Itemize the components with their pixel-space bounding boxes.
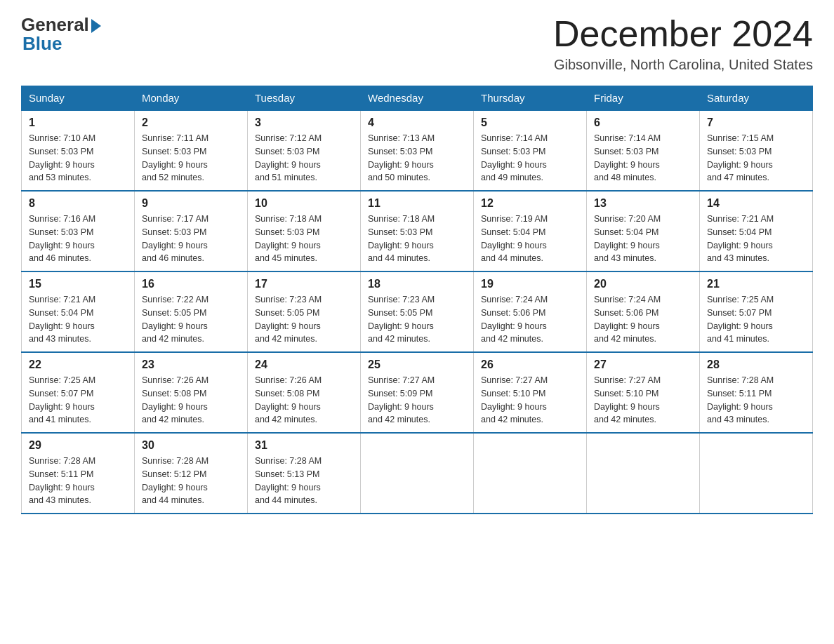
day-info: Sunrise: 7:26 AMSunset: 5:08 PMDaylight:… (142, 375, 208, 424)
calendar-day-cell: 30 Sunrise: 7:28 AMSunset: 5:12 PMDaylig… (135, 433, 248, 514)
calendar-table: SundayMondayTuesdayWednesdayThursdayFrid… (21, 86, 813, 514)
day-info: Sunrise: 7:19 AMSunset: 5:04 PMDaylight:… (481, 214, 548, 263)
weekday-header: Friday (587, 86, 700, 111)
day-info: Sunrise: 7:14 AMSunset: 5:03 PMDaylight:… (481, 133, 548, 182)
day-number: 11 (368, 197, 466, 210)
day-info: Sunrise: 7:17 AMSunset: 5:03 PMDaylight:… (142, 214, 208, 263)
day-info: Sunrise: 7:28 AMSunset: 5:11 PMDaylight:… (29, 456, 95, 505)
logo: General Blue (21, 14, 101, 55)
day-info: Sunrise: 7:27 AMSunset: 5:10 PMDaylight:… (594, 375, 661, 424)
day-number: 12 (481, 197, 579, 210)
calendar-week-row: 1 Sunrise: 7:10 AMSunset: 5:03 PMDayligh… (22, 110, 813, 191)
day-number: 8 (29, 197, 127, 210)
day-info: Sunrise: 7:18 AMSunset: 5:03 PMDaylight:… (255, 214, 322, 263)
day-number: 14 (707, 197, 805, 210)
calendar-day-cell: 19 Sunrise: 7:24 AMSunset: 5:06 PMDaylig… (474, 271, 587, 352)
day-info: Sunrise: 7:27 AMSunset: 5:10 PMDaylight:… (481, 375, 548, 424)
day-info: Sunrise: 7:28 AMSunset: 5:11 PMDaylight:… (707, 375, 774, 424)
day-number: 20 (594, 278, 692, 290)
calendar-day-cell: 11 Sunrise: 7:18 AMSunset: 5:03 PMDaylig… (361, 191, 474, 271)
day-number: 10 (255, 197, 353, 210)
calendar-day-cell: 26 Sunrise: 7:27 AMSunset: 5:10 PMDaylig… (474, 352, 587, 433)
calendar-day-cell (587, 433, 700, 514)
calendar-day-cell (474, 433, 587, 514)
weekday-header: Sunday (22, 86, 135, 111)
day-info: Sunrise: 7:24 AMSunset: 5:06 PMDaylight:… (594, 295, 661, 344)
calendar-week-row: 22 Sunrise: 7:25 AMSunset: 5:07 PMDaylig… (22, 352, 813, 433)
day-info: Sunrise: 7:20 AMSunset: 5:04 PMDaylight:… (594, 214, 661, 263)
day-number: 25 (368, 358, 466, 371)
calendar-day-cell: 25 Sunrise: 7:27 AMSunset: 5:09 PMDaylig… (361, 352, 474, 433)
day-number: 16 (142, 278, 240, 290)
calendar-day-cell: 27 Sunrise: 7:27 AMSunset: 5:10 PMDaylig… (587, 352, 700, 433)
day-number: 2 (142, 116, 240, 129)
day-number: 18 (368, 278, 466, 290)
calendar-week-row: 29 Sunrise: 7:28 AMSunset: 5:11 PMDaylig… (22, 433, 813, 514)
calendar-day-cell: 24 Sunrise: 7:26 AMSunset: 5:08 PMDaylig… (248, 352, 361, 433)
page-header: General Blue December 2024 Gibsonville, … (21, 14, 813, 73)
day-info: Sunrise: 7:26 AMSunset: 5:08 PMDaylight:… (255, 375, 322, 424)
day-info: Sunrise: 7:13 AMSunset: 5:03 PMDaylight:… (368, 133, 435, 182)
day-number: 28 (707, 358, 805, 371)
day-number: 27 (594, 358, 692, 371)
calendar-day-cell: 12 Sunrise: 7:19 AMSunset: 5:04 PMDaylig… (474, 191, 587, 271)
weekday-header: Tuesday (248, 86, 361, 111)
calendar-day-cell: 4 Sunrise: 7:13 AMSunset: 5:03 PMDayligh… (361, 110, 474, 191)
calendar-day-cell: 21 Sunrise: 7:25 AMSunset: 5:07 PMDaylig… (700, 271, 813, 352)
day-number: 13 (594, 197, 692, 210)
day-number: 15 (29, 278, 127, 290)
day-number: 19 (481, 278, 579, 290)
calendar-week-row: 15 Sunrise: 7:21 AMSunset: 5:04 PMDaylig… (22, 271, 813, 352)
calendar-day-cell: 29 Sunrise: 7:28 AMSunset: 5:11 PMDaylig… (22, 433, 135, 514)
weekday-header: Monday (135, 86, 248, 111)
day-number: 22 (29, 358, 127, 371)
calendar-day-cell: 14 Sunrise: 7:21 AMSunset: 5:04 PMDaylig… (700, 191, 813, 271)
day-info: Sunrise: 7:28 AMSunset: 5:13 PMDaylight:… (255, 456, 322, 505)
day-info: Sunrise: 7:12 AMSunset: 5:03 PMDaylight:… (255, 133, 322, 182)
calendar-day-cell: 31 Sunrise: 7:28 AMSunset: 5:13 PMDaylig… (248, 433, 361, 514)
logo-arrow-icon (91, 19, 101, 33)
day-info: Sunrise: 7:23 AMSunset: 5:05 PMDaylight:… (368, 295, 435, 344)
day-info: Sunrise: 7:15 AMSunset: 5:03 PMDaylight:… (707, 133, 774, 182)
calendar-header-row: SundayMondayTuesdayWednesdayThursdayFrid… (22, 86, 813, 111)
weekday-header: Thursday (474, 86, 587, 111)
calendar-day-cell (700, 433, 813, 514)
day-number: 21 (707, 278, 805, 290)
calendar-day-cell: 5 Sunrise: 7:14 AMSunset: 5:03 PMDayligh… (474, 110, 587, 191)
day-info: Sunrise: 7:18 AMSunset: 5:03 PMDaylight:… (368, 214, 435, 263)
calendar-day-cell: 13 Sunrise: 7:20 AMSunset: 5:04 PMDaylig… (587, 191, 700, 271)
title-section: December 2024 Gibsonville, North Carolin… (553, 14, 813, 73)
calendar-day-cell: 18 Sunrise: 7:23 AMSunset: 5:05 PMDaylig… (361, 271, 474, 352)
calendar-day-cell: 9 Sunrise: 7:17 AMSunset: 5:03 PMDayligh… (135, 191, 248, 271)
day-number: 24 (255, 358, 353, 371)
calendar-day-cell: 1 Sunrise: 7:10 AMSunset: 5:03 PMDayligh… (22, 110, 135, 191)
day-info: Sunrise: 7:11 AMSunset: 5:03 PMDaylight:… (142, 133, 208, 182)
page-subtitle: Gibsonville, North Carolina, United Stat… (553, 57, 813, 73)
day-info: Sunrise: 7:24 AMSunset: 5:06 PMDaylight:… (481, 295, 548, 344)
day-info: Sunrise: 7:25 AMSunset: 5:07 PMDaylight:… (29, 375, 95, 424)
day-number: 30 (142, 439, 240, 452)
calendar-day-cell: 10 Sunrise: 7:18 AMSunset: 5:03 PMDaylig… (248, 191, 361, 271)
day-info: Sunrise: 7:23 AMSunset: 5:05 PMDaylight:… (255, 295, 322, 344)
calendar-day-cell: 3 Sunrise: 7:12 AMSunset: 5:03 PMDayligh… (248, 110, 361, 191)
day-number: 3 (255, 116, 353, 129)
day-number: 23 (142, 358, 240, 371)
day-number: 17 (255, 278, 353, 290)
day-info: Sunrise: 7:10 AMSunset: 5:03 PMDaylight:… (29, 133, 95, 182)
day-number: 9 (142, 197, 240, 210)
calendar-day-cell: 7 Sunrise: 7:15 AMSunset: 5:03 PMDayligh… (700, 110, 813, 191)
day-number: 29 (29, 439, 127, 452)
day-number: 1 (29, 116, 127, 129)
calendar-day-cell: 23 Sunrise: 7:26 AMSunset: 5:08 PMDaylig… (135, 352, 248, 433)
calendar-day-cell: 17 Sunrise: 7:23 AMSunset: 5:05 PMDaylig… (248, 271, 361, 352)
calendar-day-cell: 8 Sunrise: 7:16 AMSunset: 5:03 PMDayligh… (22, 191, 135, 271)
day-info: Sunrise: 7:16 AMSunset: 5:03 PMDaylight:… (29, 214, 95, 263)
calendar-day-cell: 16 Sunrise: 7:22 AMSunset: 5:05 PMDaylig… (135, 271, 248, 352)
day-number: 6 (594, 116, 692, 129)
calendar-week-row: 8 Sunrise: 7:16 AMSunset: 5:03 PMDayligh… (22, 191, 813, 271)
day-info: Sunrise: 7:28 AMSunset: 5:12 PMDaylight:… (142, 456, 208, 505)
day-number: 4 (368, 116, 466, 129)
day-number: 7 (707, 116, 805, 129)
day-info: Sunrise: 7:25 AMSunset: 5:07 PMDaylight:… (707, 295, 774, 344)
day-info: Sunrise: 7:21 AMSunset: 5:04 PMDaylight:… (29, 295, 95, 344)
